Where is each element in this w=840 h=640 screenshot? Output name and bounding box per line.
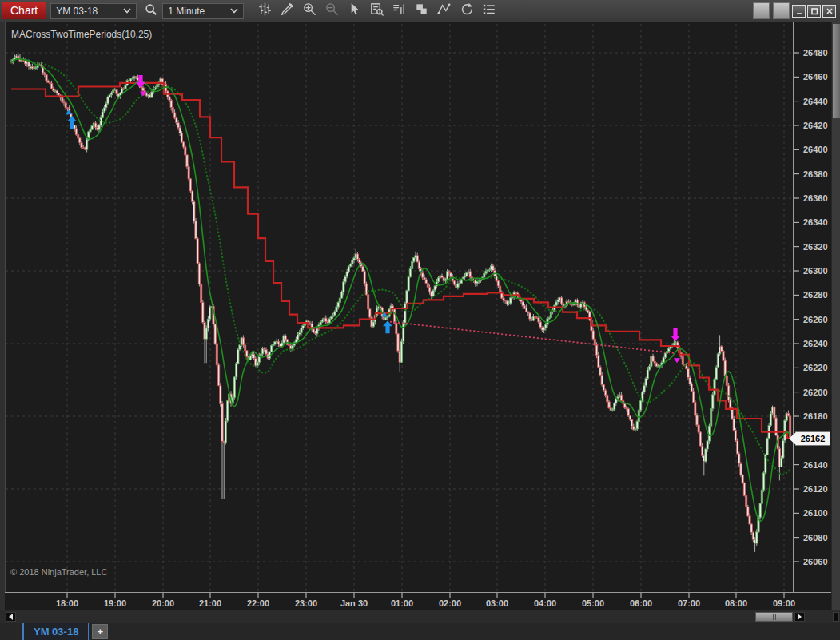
chart-canvas[interactable]: 2648026460264402642026400263802636026340…	[0, 0, 840, 640]
svg-text:26420: 26420	[803, 121, 828, 130]
svg-text:20:00: 20:00	[152, 598, 174, 608]
interval-selector-value: 1 Minute	[168, 6, 205, 17]
scroll-right-button[interactable]	[794, 612, 805, 622]
add-tab-button[interactable]: +	[92, 624, 108, 639]
svg-text:26360: 26360	[803, 193, 828, 203]
plot-background	[5, 22, 831, 610]
scrollbar-corner	[833, 612, 839, 622]
svg-text:22:00: 22:00	[247, 598, 269, 608]
svg-text:03:00: 03:00	[486, 598, 508, 608]
instrument-link-button[interactable]	[753, 2, 770, 19]
last-price-badge: 26162	[795, 431, 830, 446]
properties-button[interactable]	[478, 2, 499, 21]
scroll-left-button[interactable]	[6, 612, 16, 622]
copyright-label: © 2018 NinjaTrader, LLC	[10, 567, 107, 577]
svg-text:26100: 26100	[803, 508, 828, 518]
toolbar: Chart YM 03-18 1 Minute	[0, 0, 840, 22]
pencil-button[interactable]	[277, 2, 297, 21]
layers-icon	[414, 2, 429, 20]
horizontal-scrollbar-thumb[interactable]	[755, 612, 793, 622]
cursor-icon	[347, 2, 362, 20]
svg-text:19:00: 19:00	[104, 598, 126, 608]
minimize-button[interactable]	[792, 5, 806, 18]
instrument-selector[interactable]: YM 03-18	[50, 3, 137, 19]
pencil-icon	[280, 2, 295, 20]
svg-text:26080: 26080	[803, 533, 828, 543]
svg-text:26200: 26200	[803, 388, 828, 397]
maximize-button[interactable]	[807, 5, 821, 18]
chevron-down-icon	[230, 8, 238, 14]
close-button[interactable]	[822, 5, 836, 18]
data-box-button[interactable]	[366, 2, 387, 21]
arrow-right-icon	[798, 614, 802, 620]
svg-text:08:00: 08:00	[725, 598, 747, 608]
svg-text:26340: 26340	[803, 217, 828, 227]
zoom-in-icon	[302, 2, 317, 20]
layers-button[interactable]	[411, 2, 432, 21]
svg-text:26220: 26220	[803, 363, 828, 372]
vertical-scrollbar-thumb[interactable]	[833, 24, 840, 118]
chart-window: 2648026460264402642026400263802636026340…	[0, 0, 840, 640]
svg-text:26480: 26480	[803, 48, 828, 58]
minimize-icon	[795, 4, 803, 18]
data-series-button[interactable]	[388, 2, 409, 21]
svg-text:26300: 26300	[803, 266, 828, 276]
search-icon	[144, 2, 158, 20]
close-icon	[826, 4, 834, 18]
svg-text:Jan 30: Jan 30	[340, 598, 368, 608]
zoom-out-icon	[324, 2, 340, 20]
svg-text:21:00: 21:00	[199, 598, 221, 608]
svg-text:02:00: 02:00	[439, 598, 461, 608]
svg-text:26180: 26180	[803, 411, 828, 421]
instrument-selector-value: YM 03-18	[56, 6, 98, 17]
svg-text:26120: 26120	[803, 484, 828, 494]
data-series-icon	[392, 2, 407, 20]
cursor-button[interactable]	[344, 2, 364, 21]
svg-text:26240: 26240	[803, 339, 828, 348]
svg-text:26320: 26320	[803, 242, 828, 252]
bar-chart-icon	[257, 2, 273, 20]
reload-button[interactable]	[456, 2, 476, 21]
toolbar-icon-group	[253, 2, 500, 21]
properties-icon	[481, 2, 496, 20]
zoom-out-button[interactable]	[321, 2, 342, 21]
svg-text:18:00: 18:00	[56, 598, 78, 608]
svg-text:26260: 26260	[803, 315, 828, 324]
svg-text:26280: 26280	[803, 290, 828, 300]
search-button[interactable]	[141, 2, 161, 21]
svg-text:26380: 26380	[803, 169, 828, 179]
zoom-in-button[interactable]	[299, 2, 320, 21]
svg-text:23:00: 23:00	[295, 598, 317, 608]
indicator-label: MACrossTwoTimePeriods(10,25)	[11, 29, 152, 40]
data-box-icon	[369, 2, 384, 20]
maximize-icon	[810, 4, 818, 18]
svg-text:06:00: 06:00	[630, 598, 652, 608]
window-controls	[751, 2, 837, 19]
tab-ym-03-18[interactable]: YM 03-18	[22, 623, 89, 640]
svg-text:09:00: 09:00	[773, 598, 795, 608]
chevron-down-icon	[123, 8, 131, 14]
svg-text:05:00: 05:00	[582, 598, 604, 608]
svg-text:26060: 26060	[803, 557, 828, 566]
window-title-tab[interactable]: Chart	[2, 2, 46, 19]
zigzag-icon	[436, 2, 452, 20]
svg-text:04:00: 04:00	[534, 598, 556, 608]
reload-icon	[459, 2, 474, 20]
svg-text:26140: 26140	[803, 460, 828, 470]
horizontal-scrollbar[interactable]	[0, 610, 840, 623]
zigzag-button[interactable]	[433, 2, 454, 21]
arrow-left-icon	[9, 614, 13, 620]
tab-bar: YM 03-18 +	[0, 623, 840, 640]
interval-selector[interactable]: 1 Minute	[162, 3, 244, 19]
interval-link-button[interactable]	[773, 2, 790, 19]
bar-chart-button[interactable]	[254, 2, 275, 21]
svg-text:26440: 26440	[803, 97, 828, 106]
svg-text:07:00: 07:00	[678, 598, 700, 608]
vertical-scrollbar[interactable]	[831, 22, 840, 610]
tab-label: YM 03-18	[34, 626, 78, 638]
svg-text:26400: 26400	[803, 145, 828, 154]
svg-text:26460: 26460	[803, 72, 828, 81]
svg-text:01:00: 01:00	[391, 598, 413, 608]
